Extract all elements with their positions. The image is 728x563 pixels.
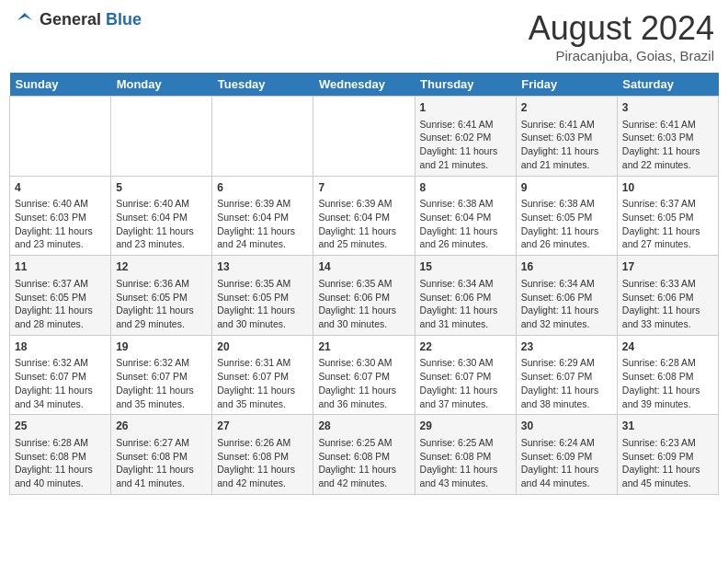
day-number: 23: [521, 339, 612, 355]
header-tuesday: Tuesday: [212, 73, 313, 97]
week-row-2: 4Sunrise: 6:40 AMSunset: 6:03 PMDaylight…: [10, 176, 719, 256]
header-wednesday: Wednesday: [313, 73, 415, 97]
day-info: Sunrise: 6:32 AMSunset: 6:07 PMDaylight:…: [116, 356, 207, 410]
day-info: Sunrise: 6:27 AMSunset: 6:08 PMDaylight:…: [116, 436, 207, 490]
day-number: 4: [15, 180, 106, 196]
day-cell: 8Sunrise: 6:38 AMSunset: 6:04 PMDaylight…: [415, 176, 516, 256]
header-row: SundayMondayTuesdayWednesdayThursdayFrid…: [10, 73, 719, 97]
day-cell: 1Sunrise: 6:41 AMSunset: 6:02 PMDaylight…: [415, 97, 516, 177]
day-number: 14: [318, 259, 409, 275]
month-title: August 2024: [529, 9, 714, 48]
day-cell: 21Sunrise: 6:30 AMSunset: 6:07 PMDayligh…: [313, 335, 415, 415]
day-info: Sunrise: 6:39 AMSunset: 6:04 PMDaylight:…: [217, 197, 308, 251]
day-cell: 2Sunrise: 6:41 AMSunset: 6:03 PMDaylight…: [516, 97, 617, 177]
header-friday: Friday: [516, 73, 617, 97]
header-monday: Monday: [111, 73, 212, 97]
day-cell: 16Sunrise: 6:34 AMSunset: 6:06 PMDayligh…: [516, 256, 617, 336]
day-info: Sunrise: 6:32 AMSunset: 6:07 PMDaylight:…: [15, 356, 106, 410]
day-info: Sunrise: 6:40 AMSunset: 6:04 PMDaylight:…: [116, 197, 207, 251]
day-cell: 22Sunrise: 6:30 AMSunset: 6:07 PMDayligh…: [415, 335, 516, 415]
day-info: Sunrise: 6:26 AMSunset: 6:08 PMDaylight:…: [217, 436, 308, 490]
day-number: 21: [318, 339, 409, 355]
day-cell: 6Sunrise: 6:39 AMSunset: 6:04 PMDaylight…: [212, 176, 313, 256]
page-header: General Blue August 2024 Piracanjuba, Go…: [9, 9, 719, 63]
day-info: Sunrise: 6:28 AMSunset: 6:08 PMDaylight:…: [622, 356, 713, 410]
week-row-4: 18Sunrise: 6:32 AMSunset: 6:07 PMDayligh…: [10, 335, 719, 415]
day-number: 2: [521, 100, 612, 116]
day-info: Sunrise: 6:37 AMSunset: 6:05 PMDaylight:…: [15, 277, 106, 331]
day-info: Sunrise: 6:24 AMSunset: 6:09 PMDaylight:…: [521, 436, 612, 490]
day-number: 7: [318, 180, 409, 196]
week-row-5: 25Sunrise: 6:28 AMSunset: 6:08 PMDayligh…: [10, 415, 719, 495]
day-cell: 13Sunrise: 6:35 AMSunset: 6:05 PMDayligh…: [212, 256, 313, 336]
logo-blue-text: Blue: [106, 10, 142, 29]
day-cell: 3Sunrise: 6:41 AMSunset: 6:03 PMDaylight…: [617, 97, 718, 177]
day-info: Sunrise: 6:39 AMSunset: 6:04 PMDaylight:…: [318, 197, 409, 251]
day-number: 29: [420, 419, 511, 434]
day-number: 25: [15, 419, 106, 434]
header-thursday: Thursday: [415, 73, 516, 97]
day-info: Sunrise: 6:25 AMSunset: 6:08 PMDaylight:…: [318, 436, 409, 490]
day-number: 17: [622, 259, 713, 275]
day-cell: 20Sunrise: 6:31 AMSunset: 6:07 PMDayligh…: [212, 335, 313, 415]
day-cell: 9Sunrise: 6:38 AMSunset: 6:05 PMDaylight…: [516, 176, 617, 256]
day-number: 8: [420, 180, 511, 196]
day-number: 18: [15, 339, 106, 355]
day-info: Sunrise: 6:34 AMSunset: 6:06 PMDaylight:…: [521, 277, 612, 331]
day-cell: 27Sunrise: 6:26 AMSunset: 6:08 PMDayligh…: [212, 415, 313, 495]
day-info: Sunrise: 6:36 AMSunset: 6:05 PMDaylight:…: [116, 277, 207, 331]
location: Piracanjuba, Goias, Brazil: [529, 48, 714, 63]
day-cell: 17Sunrise: 6:33 AMSunset: 6:06 PMDayligh…: [617, 256, 718, 336]
day-number: 16: [521, 259, 612, 275]
logo-general-text: General: [40, 10, 101, 29]
day-info: Sunrise: 6:33 AMSunset: 6:06 PMDaylight:…: [622, 277, 713, 331]
day-cell: 11Sunrise: 6:37 AMSunset: 6:05 PMDayligh…: [10, 256, 111, 336]
day-number: 20: [217, 339, 308, 355]
day-number: 15: [420, 259, 511, 275]
day-cell: 30Sunrise: 6:24 AMSunset: 6:09 PMDayligh…: [516, 415, 617, 495]
day-cell: 18Sunrise: 6:32 AMSunset: 6:07 PMDayligh…: [10, 335, 111, 415]
day-number: 6: [217, 180, 308, 196]
day-number: 5: [116, 180, 207, 196]
day-number: 12: [116, 259, 207, 275]
day-number: 28: [318, 419, 409, 434]
day-number: 10: [622, 180, 713, 196]
day-number: 27: [217, 419, 308, 434]
day-info: Sunrise: 6:30 AMSunset: 6:07 PMDaylight:…: [318, 356, 409, 410]
day-cell: 19Sunrise: 6:32 AMSunset: 6:07 PMDayligh…: [111, 335, 212, 415]
day-number: 26: [116, 419, 207, 434]
day-cell: 14Sunrise: 6:35 AMSunset: 6:06 PMDayligh…: [313, 256, 415, 336]
day-cell: 28Sunrise: 6:25 AMSunset: 6:08 PMDayligh…: [313, 415, 415, 495]
header-saturday: Saturday: [617, 73, 718, 97]
day-number: 31: [622, 419, 713, 434]
day-cell: 7Sunrise: 6:39 AMSunset: 6:04 PMDaylight…: [313, 176, 415, 256]
day-info: Sunrise: 6:41 AMSunset: 6:03 PMDaylight:…: [521, 118, 612, 172]
day-cell: [111, 97, 212, 177]
day-number: 30: [521, 419, 612, 434]
day-cell: 29Sunrise: 6:25 AMSunset: 6:08 PMDayligh…: [415, 415, 516, 495]
logo: General Blue: [14, 9, 142, 31]
title-block: August 2024 Piracanjuba, Goias, Brazil: [529, 9, 714, 63]
day-info: Sunrise: 6:41 AMSunset: 6:02 PMDaylight:…: [420, 118, 511, 172]
day-info: Sunrise: 6:23 AMSunset: 6:09 PMDaylight:…: [622, 436, 713, 490]
day-info: Sunrise: 6:38 AMSunset: 6:04 PMDaylight:…: [420, 197, 511, 251]
day-info: Sunrise: 6:38 AMSunset: 6:05 PMDaylight:…: [521, 197, 612, 251]
day-number: 22: [420, 339, 511, 355]
day-cell: 31Sunrise: 6:23 AMSunset: 6:09 PMDayligh…: [617, 415, 718, 495]
day-info: Sunrise: 6:41 AMSunset: 6:03 PMDaylight:…: [622, 118, 713, 172]
week-row-3: 11Sunrise: 6:37 AMSunset: 6:05 PMDayligh…: [10, 256, 719, 336]
header-sunday: Sunday: [10, 73, 111, 97]
calendar-table: SundayMondayTuesdayWednesdayThursdayFrid…: [9, 73, 719, 495]
day-number: 24: [622, 339, 713, 355]
day-cell: 10Sunrise: 6:37 AMSunset: 6:05 PMDayligh…: [617, 176, 718, 256]
day-info: Sunrise: 6:37 AMSunset: 6:05 PMDaylight:…: [622, 197, 713, 251]
day-cell: [212, 97, 313, 177]
day-number: 9: [521, 180, 612, 196]
day-cell: 26Sunrise: 6:27 AMSunset: 6:08 PMDayligh…: [111, 415, 212, 495]
day-info: Sunrise: 6:35 AMSunset: 6:05 PMDaylight:…: [217, 277, 308, 331]
day-cell: 4Sunrise: 6:40 AMSunset: 6:03 PMDaylight…: [10, 176, 111, 256]
day-cell: [10, 97, 111, 177]
logo-icon: [14, 9, 36, 31]
day-cell: 12Sunrise: 6:36 AMSunset: 6:05 PMDayligh…: [111, 256, 212, 336]
day-info: Sunrise: 6:25 AMSunset: 6:08 PMDaylight:…: [420, 436, 511, 490]
